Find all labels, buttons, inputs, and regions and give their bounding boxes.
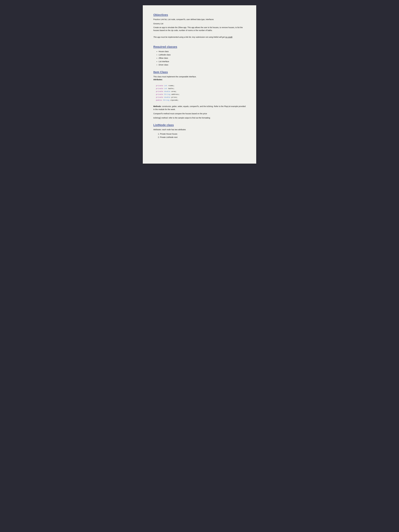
type-string: String [164,93,170,95]
code-rest: price; [171,96,177,98]
code-line-6: public String zipcode; [156,99,243,102]
required-classes-list: House class ListNode class Zillow class … [153,50,246,66]
list-item: Zillow class [158,57,246,60]
code-rest: rooms; [168,85,175,87]
code-line-3: private double area; [156,90,243,93]
objectives-heading: Objectives [153,13,246,17]
code-rest: baths; [168,88,175,90]
methods-desc: : constructor, getter, setter, equals, c… [153,105,246,110]
objectives-section: Objectives Practice Link list, List node… [153,13,246,38]
code-line-5: private double price; [156,96,243,99]
objectives-note: This app must be implemented using a lin… [153,36,246,38]
keyword-private: private [156,88,163,90]
item-class-section: Item Class This class must implement the… [153,70,246,119]
list-item: Private ListNode next [160,136,246,139]
type-string: String [163,99,169,101]
grocery-label: Grocery List [153,22,246,25]
tostring-text: toString() method: refer to the sample o… [153,116,246,119]
type-int: int [164,88,167,90]
list-item: House class [158,50,246,53]
document-container: Objectives Practice Link list, List node… [143,5,256,164]
methods-text: Methods: constructor, getter, setter, eq… [153,105,246,111]
keyword-private: private [156,85,163,87]
code-line-1: private int rooms; [156,84,243,87]
list-item: Private House house; [160,132,246,136]
code-rest: address; [171,93,180,95]
code-block: private int rooms; private int baths; pr… [153,83,246,103]
keyword-public: public [156,99,162,101]
list-item: List interface [158,60,246,63]
keyword-private: private [156,93,163,95]
listnode-list: Private House house; Private ListNode ne… [153,132,246,139]
keyword-private: private [156,96,163,98]
item-class-heading: Item Class [153,70,246,74]
item-class-desc-text: This class must implement the comparable… [153,76,196,78]
grocery-description: Create an app to simulate the Zillow app… [153,26,246,32]
attributes-label: Attributes: [153,78,163,81]
required-classes-section: Required classes House class ListNode cl… [153,45,246,66]
code-line-2: private int baths; [156,87,243,90]
item-class-description: This class must implement the comparable… [153,75,246,81]
list-item: ListNode class [158,53,246,57]
methods-label: Methods [153,105,161,108]
compare-text: CompareTo method must compare the houses… [153,112,246,115]
listnode-class-heading: ListNode class [153,123,246,127]
code-rest: zipcode; [170,99,178,101]
keyword-private: private [156,90,163,93]
code-line-4: private String address; [156,93,243,96]
required-classes-heading: Required classes [153,45,246,49]
objectives-subtitle: Practice Link list, List node, compareTo… [153,18,246,21]
code-rest: area; [171,90,177,93]
list-item: Driver class [158,63,246,66]
type-double: double [164,96,170,98]
type-int: int [164,85,167,87]
type-double: double [164,90,170,93]
listnode-class-section: ListNode class Attributes: each node has… [153,123,246,139]
listnode-attributes: Attributes: each node has two attributes [153,128,246,131]
